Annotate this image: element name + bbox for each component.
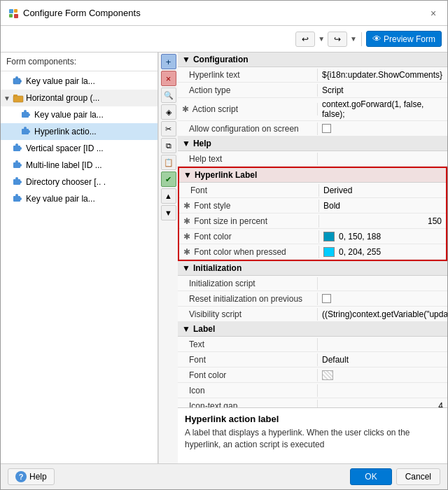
expand-arrow-vs1 xyxy=(4,145,10,153)
checkbox-reset-init[interactable] xyxy=(322,294,331,303)
prop-font-color-pressed: ✱ Font color when pressed 0, 204, 255 xyxy=(179,244,446,260)
tree-label-kv2: Key value pair la... xyxy=(34,110,155,120)
tree-item-hg1[interactable]: ▼ Horizontal group (... xyxy=(1,90,158,106)
side-buttons: + × 🔍 ◈ ✂ ⧉ 📋 ✔ ▲ ▼ xyxy=(158,52,178,463)
tree-item-kv1[interactable]: Key value pair la... xyxy=(1,73,158,90)
prop-font-color: ✱ Font color 0, 150, 188 xyxy=(179,229,446,244)
prop-value-label-font-color[interactable] xyxy=(318,369,447,382)
preview-icon: 👁 xyxy=(372,34,382,44)
remove-button[interactable]: × xyxy=(161,71,176,86)
tree-item-kv2[interactable]: Key value pair la... xyxy=(1,106,158,123)
main-content: Form components: Key value pair la... ▼ xyxy=(1,52,447,463)
prop-label-action-type: Action type xyxy=(178,84,318,97)
help-icon: ? xyxy=(15,471,27,482)
tree-item-vs1[interactable]: Vertical spacer [ID ... xyxy=(1,140,158,157)
svg-rect-28 xyxy=(15,194,18,197)
prop-label-help-text: Help text xyxy=(178,153,318,165)
expand-arrow-kv1 xyxy=(4,78,10,85)
svg-rect-0 xyxy=(9,9,13,13)
help-button[interactable]: ? Help xyxy=(8,468,55,485)
apply-button[interactable]: ✔ xyxy=(161,172,176,187)
svg-rect-22 xyxy=(15,160,18,163)
window-icon xyxy=(8,8,19,19)
prop-value-visibility-script[interactable]: ((String)context.getVariable("update xyxy=(318,308,447,321)
prop-value-action-type[interactable]: Script xyxy=(318,84,447,97)
prop-value-help-text[interactable] xyxy=(318,158,447,160)
paste-button[interactable]: 📋 xyxy=(161,155,176,170)
move-down-button[interactable]: ▼ xyxy=(161,205,176,220)
cancel-button[interactable]: Cancel xyxy=(396,468,440,485)
puzzle-icon-ml1 xyxy=(13,160,24,171)
prop-value-text[interactable] xyxy=(318,343,447,346)
color-swatch-font-color[interactable] xyxy=(323,232,335,241)
prop-action-type: Action type Script xyxy=(178,83,447,98)
filter-button[interactable]: ◈ xyxy=(161,104,176,120)
prop-value-font-size[interactable]: 150 xyxy=(319,215,446,227)
undo-button[interactable]: ↩ xyxy=(295,31,315,47)
prop-value-action-script[interactable]: context.goForward(1, false, false); xyxy=(318,98,447,120)
preview-form-button[interactable]: 👁 Preview Form xyxy=(366,31,442,47)
svg-rect-2 xyxy=(9,14,13,18)
redo-button[interactable]: ↪ xyxy=(328,31,347,47)
section-arrow-help: ▼ xyxy=(182,139,190,148)
prop-value-reset-init[interactable] xyxy=(318,293,447,304)
folder-icon-hg1 xyxy=(13,92,24,104)
section-label-lbl: Label xyxy=(193,324,215,334)
tree-label-hg1: Horizontal group (... xyxy=(26,93,155,103)
desc-text: A label that displays a hyperlink. When … xyxy=(185,427,440,451)
checkbox-allow-config[interactable] xyxy=(322,124,331,133)
prop-value-label-font[interactable]: Default xyxy=(318,354,447,366)
prop-hyperlink-text: Hyperlink text ${i18n:updater.ShowCommen… xyxy=(178,67,447,83)
prop-value-hyperlink-text[interactable]: ${i18n:updater.ShowComments} xyxy=(318,69,447,81)
tree-label-kv3: Key value pair la... xyxy=(26,194,155,204)
prop-label-text: Text xyxy=(178,338,318,351)
prop-label-visibility-script: Visibility script xyxy=(178,308,318,321)
section-arrow-lbl: ▼ xyxy=(182,324,190,334)
svg-rect-1 xyxy=(14,9,18,13)
tree-item-dc1[interactable]: Directory chooser [.. . xyxy=(1,174,158,190)
tree-item-kv3[interactable]: Key value pair la... xyxy=(1,190,158,207)
prop-label-init-script: Initialization script xyxy=(178,277,318,290)
tree-item-ml1[interactable]: Multi-line label [ID ... xyxy=(1,157,158,174)
color-swatch-font-color-pressed[interactable] xyxy=(323,247,335,257)
cut-button[interactable]: ✂ xyxy=(161,121,176,136)
section-hyperlink-label[interactable]: ▼ Hyperlink Label xyxy=(179,168,446,183)
add-button[interactable]: + xyxy=(161,54,176,69)
help-label: Help xyxy=(29,472,47,482)
description-panel: Hyperlink action label A label that disp… xyxy=(178,407,447,463)
prop-font-size: ✱ Font size in percent 150 xyxy=(179,214,446,229)
prop-value-init-script[interactable] xyxy=(318,282,447,285)
icon-font-color xyxy=(322,370,333,380)
puzzle-icon-kv3 xyxy=(13,193,24,204)
redo-icon: ↪ xyxy=(334,34,341,44)
prop-value-font-color-pressed[interactable]: 0, 204, 255 xyxy=(319,246,446,258)
section-label[interactable]: ▼ Label xyxy=(178,322,447,337)
tree-label-vs1: Vertical spacer [ID ... xyxy=(26,144,155,153)
prop-value-font-style[interactable]: Bold xyxy=(319,200,446,212)
preview-label: Preview Form xyxy=(384,34,435,44)
svg-rect-19 xyxy=(15,144,18,146)
svg-rect-3 xyxy=(14,14,18,18)
section-label-hl: Hyperlink Label xyxy=(195,170,257,180)
prop-value-icon[interactable] xyxy=(318,389,447,392)
section-initialization[interactable]: ▼ Initialization xyxy=(178,261,447,276)
svg-rect-6 xyxy=(15,76,18,79)
prop-font-style: ✱ Font style Bold xyxy=(179,198,446,214)
asterisk-action-script: ✱ xyxy=(182,104,189,114)
prop-value-allow-config[interactable] xyxy=(318,122,447,134)
ok-button[interactable]: OK xyxy=(350,468,391,485)
prop-value-font-color[interactable]: 0, 150, 188 xyxy=(319,230,446,243)
prop-value-icon-text-gap[interactable]: 4 xyxy=(318,400,447,408)
undo-icon: ↩ xyxy=(302,34,309,44)
prop-value-font[interactable]: Derived xyxy=(319,184,446,197)
svg-rect-13 xyxy=(24,110,27,113)
prop-label-hyperlink-text: Hyperlink text xyxy=(178,69,318,81)
copy-button[interactable]: ⧉ xyxy=(161,138,176,153)
section-help[interactable]: ▼ Help xyxy=(178,136,447,151)
close-button[interactable]: × xyxy=(426,6,440,20)
tree-item-ha1[interactable]: Hyperlink actio... xyxy=(1,123,158,140)
section-configuration[interactable]: ▼ Configuration xyxy=(178,52,447,67)
search-button[interactable]: 🔍 xyxy=(161,88,176,103)
move-up-button[interactable]: ▲ xyxy=(161,188,176,204)
prop-label-reset-init: Reset initialization on previous xyxy=(178,293,318,305)
